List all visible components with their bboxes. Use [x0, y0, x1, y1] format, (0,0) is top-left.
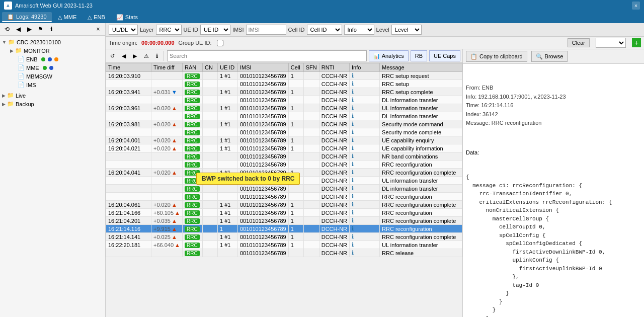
clear-button[interactable]: Clear: [568, 38, 590, 47]
tab-logs[interactable]: 📋 Logs: 49230: [2, 12, 52, 22]
cell-sfn: [303, 128, 319, 136]
table-row[interactable]: RRC 001010123456789 DCCH-NR ℹ DL informa…: [106, 185, 462, 193]
table-row[interactable]: 16:20:04.061 +0.020▲ RRC 1 #1 0010101234…: [106, 201, 462, 209]
cell-time: [106, 177, 151, 185]
cell-imsi: 001010123456789: [237, 193, 288, 201]
sidebar-item-cbc[interactable]: ▼ 📁 CBC-2023010100: [0, 38, 105, 46]
table-row[interactable]: 16:22:20.181 +66.040▲ RRC 1 #1 001010123…: [106, 241, 462, 249]
tab-enb[interactable]: △ ENB: [83, 12, 110, 22]
cellid-select[interactable]: Cell ID: [307, 25, 342, 35]
sidebar-btn-2[interactable]: ◀: [13, 24, 23, 34]
back-button[interactable]: ◀: [119, 50, 128, 61]
search-input[interactable]: [167, 50, 367, 61]
cell-message: UL information transfer: [380, 241, 462, 249]
direction-select[interactable]: UL/DLULDL: [109, 25, 138, 35]
ran-badge: RRC: [185, 130, 200, 135]
table-row[interactable]: 16:20:04.021 +0.020▲ RRC 1 #1 0010101234…: [106, 144, 462, 152]
cell-cn: [202, 104, 217, 112]
tab-stats[interactable]: 📈 Stats: [111, 12, 143, 22]
sidebar-item-monitor[interactable]: ▶ 📁 MONITOR: [8, 46, 105, 55]
table-row[interactable]: 16:20:03.961 +0.020▲ RRC 1 #1 0010101234…: [106, 104, 462, 112]
cell-cn: [202, 185, 217, 193]
timebar: Time origin: 00:00:00.000 Group UE ID: C…: [106, 37, 644, 49]
uecaps-button[interactable]: UE Caps: [429, 50, 460, 61]
ueid-select[interactable]: UE ID: [200, 25, 230, 35]
table-row[interactable]: 16:20:04.001 +0.020▲ RRC 1 #1 0010101234…: [106, 136, 462, 144]
table-row[interactable]: 16:21:04.166 +60.105▲ RRC 1 #1 001010123…: [106, 209, 462, 217]
layer-select[interactable]: RRCNASMAC: [156, 25, 182, 35]
sidebar-btn-5[interactable]: ℹ: [46, 24, 56, 34]
browse-label: Browse: [545, 53, 564, 59]
cell-rnti: DCCH-NR: [319, 136, 349, 144]
forward-button[interactable]: ▶: [130, 50, 139, 61]
level-select[interactable]: Level: [391, 25, 422, 35]
cell-message: DL information transfer: [380, 112, 462, 120]
table-row[interactable]: 16:21:04.201 +0.035▲ RRC 1 #1 0010101234…: [106, 217, 462, 225]
sidebar-item-enb[interactable]: 📄 ENB: [8, 55, 105, 63]
table-row[interactable]: 16:20:03.941 +0.031▼ RRC 1 #1 0010101234…: [106, 88, 462, 96]
sidebar-btn-3[interactable]: ▶: [24, 24, 34, 34]
sidebar-live-label: Live: [16, 93, 26, 99]
table-row[interactable]: RRC 001010123456789 DCCH-NR ℹ RRC releas…: [106, 249, 462, 257]
close-button[interactable]: ×: [632, 2, 640, 10]
table-row[interactable]: 16:21:14.116 +9.915▲ RRC 1 0010101234567…: [106, 225, 462, 233]
sidebar-item-live[interactable]: ▶ 📁 Live: [0, 91, 105, 100]
cell-rnti: CCCH-NR: [319, 72, 349, 80]
table-row[interactable]: 16:21:14.141 +0.025▲ RRC 1 #1 0010101234…: [106, 233, 462, 241]
status-dot-blue: [48, 57, 52, 61]
cell-message: RRC reconfiguration complete: [380, 233, 462, 241]
copy-to-clipboard-button[interactable]: 📋 Copy to clipboard: [466, 51, 527, 62]
sidebar-item-backup[interactable]: ▶ 📁 Backup: [0, 100, 105, 108]
cell-cell: [288, 80, 303, 88]
rb-button[interactable]: RB: [411, 50, 427, 61]
analytics-button[interactable]: 📊 Analytics: [369, 50, 409, 61]
cell-cell: [288, 152, 303, 161]
table-row[interactable]: 16:20:03.910 RRC 1 #1 001010123456789 1 …: [106, 72, 462, 80]
cell-timediff: +0.020▲: [151, 120, 183, 128]
info-button[interactable]: ℹ: [153, 50, 160, 61]
cell-message: RRC setup complete: [380, 88, 462, 96]
group-checkbox[interactable]: [217, 40, 223, 46]
cell-sfn: [303, 169, 319, 177]
cell-info: ℹ: [350, 161, 380, 169]
clear-select[interactable]: [596, 38, 626, 48]
sidebar-btn-1[interactable]: ⟲: [2, 24, 12, 34]
table-row[interactable]: RRC 001010123456789 DCCH-NR ℹ UL informa…: [106, 177, 462, 185]
sidebar-item-mbmsgw[interactable]: 📄 MBMSGW: [8, 72, 105, 81]
table-row[interactable]: RRC 001010123456789 DCCH-NR ℹ DL informa…: [106, 96, 462, 104]
sidebar-btn-4[interactable]: ⚑: [35, 24, 45, 34]
refresh-button[interactable]: ↺: [108, 50, 117, 61]
cell-cn: [202, 128, 217, 136]
table-row[interactable]: RRC 001010123456789 DCCH-NR ℹ DL informa…: [106, 112, 462, 120]
logs-icon: 📋: [7, 14, 14, 20]
cell-time: [106, 185, 151, 193]
cell-info: ℹ: [350, 201, 380, 209]
log-table-container: Time Time diff RAN CN UE ID IMSI Cell SF…: [106, 63, 462, 317]
sidebar-item-ims-label: IMS: [26, 82, 36, 88]
table-row[interactable]: RRC 001010123456789 DCCH-NR ℹ RRC reconf…: [106, 193, 462, 201]
tab-stats-label: Stats: [125, 14, 138, 20]
table-row[interactable]: RRC 001010123456789 DCCH-NR ℹ RRC reconf…: [106, 161, 462, 169]
cell-ueid: [217, 193, 237, 201]
table-row[interactable]: 16:20:04.041 +0.020▲ RRC 1 #1 0010101234…: [106, 169, 462, 177]
cell-rnti: DCCH-NR: [319, 177, 349, 185]
analytics-icon: 📊: [373, 53, 380, 59]
sidebar-item-ims[interactable]: 📄 IMS: [8, 81, 105, 89]
table-row[interactable]: 16:20:03.981 +0.020▲ RRC 1 #1 0010101234…: [106, 120, 462, 128]
tab-mme[interactable]: △ MME: [53, 12, 82, 22]
time-origin-value: 00:00:00.000: [141, 40, 174, 46]
cell-ueid: 1 #1: [217, 72, 237, 80]
cell-timediff: [151, 80, 183, 88]
sidebar-close-button[interactable]: ×: [93, 24, 103, 34]
cell-info: ℹ: [350, 112, 380, 120]
cell-ueid: 1 #1: [217, 144, 237, 152]
table-row[interactable]: RRC 001010123456789 DCCH-NR ℹ NR band co…: [106, 152, 462, 161]
table-row[interactable]: RRC 001010123456789 CCCH-NR ℹ RRC setup: [106, 80, 462, 88]
info-select[interactable]: Info: [344, 25, 374, 35]
browse-button[interactable]: 🔍 Browse: [531, 51, 568, 62]
table-row[interactable]: RRC 001010123456789 DCCH-NR ℹ Security m…: [106, 128, 462, 136]
sidebar-item-mme[interactable]: 📄 MME: [8, 63, 105, 72]
imsi-input[interactable]: [246, 25, 286, 35]
add-button[interactable]: +: [632, 38, 641, 47]
warning-button[interactable]: ⚠: [141, 50, 151, 61]
